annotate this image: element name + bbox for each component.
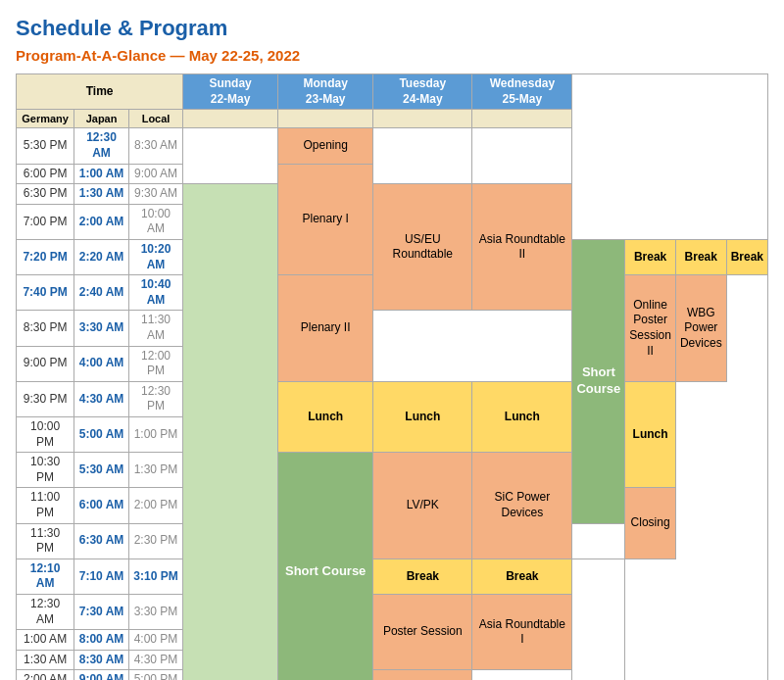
table-row: 2:00 AM 9:00 AM 5:00 PM Online PosterSes… [17, 670, 768, 680]
local-label: Local [128, 110, 182, 128]
schedule-table: Time Sunday22-May Monday23-May Tuesday24… [16, 73, 768, 680]
table-row: 12:30 AM 7:30 AM 3:30 PM Poster Session … [17, 594, 768, 629]
wednesday-header: Wednesday25-May [472, 74, 572, 110]
germany-label: Germany [17, 110, 74, 128]
table-row: 6:30 PM 1:30 AM 9:30 AM US/EU Roundtable… [17, 184, 768, 205]
tuesday-header: Tuesday24-May [373, 74, 472, 110]
table-row: 9:30 PM 4:30 AM 12:30 PM Lunch Lunch Lun… [17, 381, 768, 416]
monday-header: Monday23-May [278, 74, 373, 110]
program-subtitle: Program-At-A-Glance — May 22-25, 2022 [16, 47, 768, 64]
table-row: 5:30 PM 12:30 AM 8:30 AM Opening [17, 128, 768, 164]
page-title: Schedule & Program [16, 16, 768, 41]
time-header: Time [17, 74, 183, 110]
japan-label: Japan [74, 110, 129, 128]
sunday-header: Sunday22-May [183, 74, 278, 110]
table-row: 12:10 AM 7:10 AM 3:10 PM Break Break [17, 559, 768, 594]
